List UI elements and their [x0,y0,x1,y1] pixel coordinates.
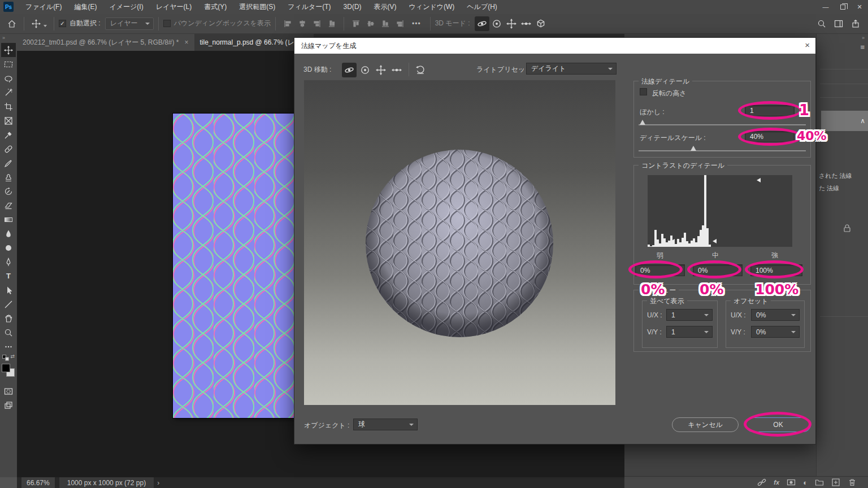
cancel-button[interactable]: キャンセル [672,417,739,432]
3d-preview[interactable] [304,80,615,405]
auto-select-checkbox[interactable]: ✓ [59,20,66,27]
chevron-down-icon[interactable] [44,25,47,27]
3d-slide-mode-button[interactable] [519,16,533,31]
menu-window[interactable]: ウィンドウ(W) [403,2,461,12]
tab-200212-tm01[interactable]: 200212_tm01.psd @ 66.7% (レイヤー 5, RGB/8#)… [17,34,194,51]
tool-type[interactable]: T [1,269,16,283]
tool-brush[interactable] [1,156,16,170]
link-layers-icon[interactable] [757,478,766,487]
tool-gradient[interactable] [1,212,16,226]
zoom-level-field[interactable]: 66.67% [21,477,55,488]
tool-blur[interactable] [1,226,16,241]
home-button[interactable] [5,16,19,31]
tool-more[interactable] [1,339,16,354]
foreground-color-swatch[interactable] [2,364,10,372]
dialog-roll-button[interactable] [358,63,372,77]
tool-history-brush[interactable] [1,184,16,198]
reset-view-button[interactable] [413,63,428,77]
tool-pen[interactable] [1,255,16,269]
tool-lasso[interactable] [1,71,16,85]
window-minimize-button[interactable]: — [817,0,834,14]
detail-scale-slider[interactable] [639,150,806,151]
adjustment-layer-icon[interactable]: ◐ [803,478,808,487]
tool-dodge[interactable] [1,241,16,255]
tool-eyedropper[interactable] [1,128,16,142]
align-center-icon[interactable] [298,19,307,28]
swap-colors-control[interactable]: ⇄ [1,354,16,361]
close-tab-icon[interactable]: × [185,38,189,46]
align-right-icon[interactable] [313,19,322,28]
tool-zoom[interactable] [1,325,16,339]
more-options-button[interactable]: ••• [412,20,421,28]
light-preset-dropdown[interactable]: デイライト [526,63,617,75]
menu-3d[interactable]: 3D(D) [337,3,368,11]
distribute-horizontal-icon[interactable] [327,19,336,28]
menu-filter[interactable]: フィルター(T) [281,2,337,12]
foreground-background-colors[interactable] [1,364,16,378]
bounding-box-checkbox[interactable] [163,20,171,27]
dialog-orbit-button[interactable] [342,63,357,77]
selected-panel-row[interactable]: ∧ [821,111,868,131]
tile-ux-dropdown[interactable]: 1 [666,309,713,321]
panel-menu-icon[interactable]: ≡ [860,43,865,51]
tool-hand[interactable] [1,311,16,325]
3d-orbit-mode-button[interactable] [475,16,489,31]
window-restore-button[interactable] [834,0,851,14]
distribute-vertical-icon[interactable] [396,19,405,28]
menu-layer[interactable]: レイヤー(L) [150,2,198,12]
dialog-pan-button[interactable] [374,63,388,77]
tile-vy-dropdown[interactable]: 1 [666,326,713,338]
blur-slider-thumb[interactable] [640,120,645,125]
blur-slider[interactable] [639,124,806,125]
3d-pan-mode-button[interactable] [504,16,519,31]
tool-move[interactable] [1,43,16,57]
search-icon[interactable] [817,19,826,28]
align-middle-icon[interactable] [366,19,375,28]
3d-scale-mode-button[interactable] [533,16,548,31]
layer-style-fx-icon[interactable]: fx [774,479,779,486]
menu-view[interactable]: 表示(V) [368,2,403,12]
tool-crop[interactable] [1,99,16,114]
histogram-marker-icon[interactable] [713,239,717,243]
dialog-title-bar[interactable]: 法線マップを生成 × [294,38,815,54]
screen-mode-button[interactable] [1,398,16,412]
tool-path-select[interactable] [1,283,16,297]
histogram-marker-icon[interactable] [757,178,761,182]
histogram[interactable] [648,175,792,247]
auto-select-dropdown[interactable]: レイヤー [105,18,154,30]
histogram-marker-icon[interactable] [671,239,675,243]
tool-magic-wand[interactable] [1,85,16,99]
move-tool-option[interactable] [29,16,44,31]
workspace-icon[interactable] [834,19,843,28]
detail-scale-slider-thumb[interactable] [691,146,696,151]
layer-mask-icon[interactable] [787,478,796,487]
window-close-button[interactable]: ✕ [851,0,868,14]
3d-roll-mode-button[interactable] [489,16,504,31]
dialog-slide-button[interactable] [389,63,404,77]
tool-line[interactable] [1,297,16,311]
offset-ux-dropdown[interactable]: 0% [751,309,800,321]
align-left-icon[interactable] [283,19,292,28]
status-chevron-icon[interactable]: › [157,479,159,487]
menu-select[interactable]: 選択範囲(S) [233,2,281,12]
new-layer-icon[interactable] [831,478,840,487]
share-icon[interactable] [851,19,860,28]
menu-file[interactable]: ファイル(F) [19,2,68,12]
offset-vy-dropdown[interactable]: 0% [751,326,800,338]
align-bottom-icon[interactable] [381,19,390,28]
menu-image[interactable]: イメージ(I) [103,2,149,12]
new-group-icon[interactable] [815,478,824,487]
tool-clone-stamp[interactable] [1,170,16,184]
collapse-panel-icon[interactable]: » [862,35,865,41]
menu-help[interactable]: ヘルプ(H) [461,2,504,12]
layer-name-partial-1[interactable]: された 法線 [819,172,852,180]
quick-mask-button[interactable] [1,384,16,398]
collapse-toolbar-icon[interactable]: » [0,34,7,43]
tool-marquee[interactable] [1,57,16,71]
invert-height-checkbox[interactable] [640,88,647,95]
align-top-icon[interactable] [351,19,361,28]
delete-layer-icon[interactable] [848,478,857,487]
tool-healing-brush[interactable] [1,142,16,156]
tool-eraser[interactable] [1,198,16,212]
object-dropdown[interactable]: 球 [353,419,418,430]
